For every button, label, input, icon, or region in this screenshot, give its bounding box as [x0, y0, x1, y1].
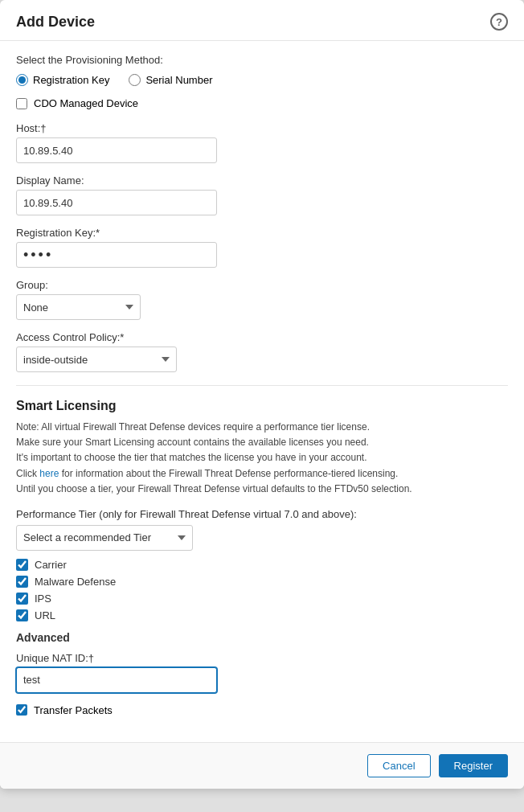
cdo-managed-checkbox[interactable]	[16, 98, 27, 109]
acp-label: Access Control Policy:*	[16, 331, 508, 343]
advanced-section: Advanced Unique NAT ID:† Transfer Packet…	[16, 631, 508, 716]
malware-checkbox[interactable]	[16, 576, 28, 588]
cdo-managed-checkbox-row[interactable]: CDO Managed Device	[16, 97, 508, 109]
acp-select[interactable]: inside-outside	[16, 347, 177, 372]
acp-field-group: Access Control Policy:* inside-outside	[16, 331, 508, 372]
group-label: Group:	[16, 279, 508, 291]
display-name-field-group: Display Name:	[16, 174, 508, 215]
transfer-packets-checkbox-row[interactable]: Transfer Packets	[16, 704, 508, 716]
perf-tier-select[interactable]: Select a recommended Tier	[16, 525, 193, 551]
divider-1	[16, 385, 508, 386]
ips-checkbox-item: IPS	[16, 593, 508, 605]
radio-registration-key[interactable]: Registration Key	[16, 74, 109, 86]
add-device-dialog: Add Device ? Select the Provisioning Met…	[0, 0, 524, 789]
smart-licensing-title: Smart Licensing	[16, 399, 508, 413]
radio-serial-number-input[interactable]	[129, 74, 141, 86]
carrier-checkbox[interactable]	[16, 559, 28, 571]
here-link[interactable]: here	[39, 468, 59, 479]
radio-registration-key-label: Registration Key	[33, 74, 109, 86]
dialog-body: Select the Provisioning Method: Registra…	[0, 41, 524, 742]
dialog-header: Add Device ?	[0, 0, 524, 41]
provisioning-radio-group: Registration Key Serial Number	[16, 74, 508, 86]
provisioning-method-label: Select the Provisioning Method:	[16, 54, 508, 66]
malware-checkbox-item: Malware Defense	[16, 576, 508, 588]
carrier-label: Carrier	[35, 559, 67, 571]
group-field-group: Group: None	[16, 279, 508, 320]
radio-serial-number-label: Serial Number	[145, 74, 212, 86]
malware-label: Malware Defense	[35, 576, 116, 588]
smart-licensing-section: Smart Licensing Note: All virtual Firewa…	[16, 399, 508, 621]
dialog-footer: Cancel Register	[0, 742, 524, 789]
dialog-title: Add Device	[16, 14, 95, 31]
host-label: Host:†	[16, 122, 508, 134]
host-field-group: Host:†	[16, 122, 508, 163]
cdo-managed-label: CDO Managed Device	[34, 97, 138, 109]
register-button[interactable]: Register	[439, 754, 508, 777]
transfer-packets-checkbox[interactable]	[16, 704, 27, 716]
group-select[interactable]: None	[16, 294, 141, 320]
unique-nat-field-group: Unique NAT ID:†	[16, 652, 508, 693]
radio-serial-number[interactable]: Serial Number	[129, 74, 212, 86]
unique-nat-input[interactable]	[16, 667, 217, 693]
registration-key-input[interactable]	[16, 242, 217, 268]
url-label: URL	[35, 609, 55, 621]
perf-tier-label: Performance Tier (only for Firewall Thre…	[16, 508, 508, 520]
registration-key-label: Registration Key:*	[16, 227, 508, 239]
radio-registration-key-input[interactable]	[16, 74, 28, 86]
unique-nat-label: Unique NAT ID:†	[16, 652, 508, 664]
smart-licensing-note: Note: All virtual Firewall Threat Defens…	[16, 420, 508, 497]
ips-label: IPS	[35, 593, 51, 605]
ips-checkbox[interactable]	[16, 593, 28, 605]
url-checkbox-item: URL	[16, 609, 508, 621]
provisioning-method-section: Select the Provisioning Method: Registra…	[16, 54, 508, 86]
advanced-title: Advanced	[16, 631, 508, 644]
display-name-input[interactable]	[16, 190, 217, 215]
display-name-label: Display Name:	[16, 174, 508, 187]
registration-key-field-group: Registration Key:*	[16, 227, 508, 268]
cancel-button[interactable]: Cancel	[367, 754, 430, 777]
url-checkbox[interactable]	[16, 609, 28, 621]
carrier-checkbox-item: Carrier	[16, 559, 508, 571]
help-icon[interactable]: ?	[490, 13, 508, 31]
host-input[interactable]	[16, 137, 217, 163]
transfer-packets-label: Transfer Packets	[34, 704, 113, 716]
